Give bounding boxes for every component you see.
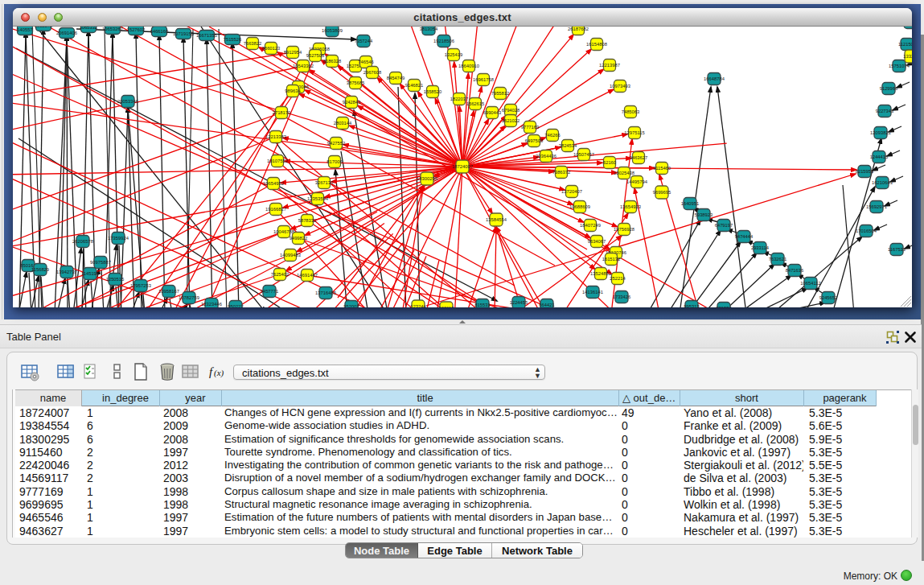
- svg-text:13942737: 13942737: [56, 270, 77, 274]
- svg-text:7632621: 7632621: [769, 257, 787, 262]
- svg-text:815531: 815531: [474, 303, 490, 307]
- svg-text:18640910: 18640910: [458, 64, 479, 68]
- svg-text:20691406: 20691406: [56, 31, 77, 35]
- svg-text:12213383: 12213383: [265, 134, 286, 139]
- svg-text:2803144: 2803144: [334, 121, 352, 126]
- svg-text:8660123: 8660123: [262, 46, 281, 51]
- svg-text:3267130: 3267130: [315, 180, 334, 185]
- svg-text:6794028: 6794028: [502, 108, 520, 113]
- svg-text:1065332: 1065332: [80, 27, 98, 30]
- svg-text:9227343: 9227343: [876, 109, 894, 113]
- svg-text:7955812: 7955812: [491, 91, 510, 96]
- svg-text:5938923: 5938923: [695, 212, 713, 217]
- svg-text:14495794: 14495794: [626, 179, 648, 184]
- svg-text:7485063: 7485063: [622, 109, 640, 114]
- svg-text:8186328: 8186328: [323, 59, 342, 64]
- svg-text:9527505: 9527505: [306, 53, 325, 58]
- svg-text:140557: 140557: [17, 27, 32, 32]
- svg-text:18407249: 18407249: [580, 223, 601, 228]
- svg-text:123244: 123244: [410, 304, 426, 307]
- svg-text:9699695: 9699695: [653, 190, 671, 195]
- svg-text:1558520: 1558520: [424, 89, 442, 94]
- svg-text:133254: 133254: [903, 54, 912, 59]
- svg-text:2933114: 2933114: [751, 245, 770, 250]
- svg-text:8912954: 8912954: [284, 50, 302, 55]
- svg-text:26206578: 26206578: [72, 239, 93, 244]
- svg-text:13716485: 13716485: [315, 290, 336, 295]
- svg-text:2967608: 2967608: [363, 70, 382, 75]
- svg-text:7515526: 7515526: [224, 37, 242, 42]
- svg-text:950222: 950222: [228, 304, 243, 307]
- svg-text:2718170: 2718170: [273, 110, 291, 115]
- svg-text:6466160: 6466160: [150, 29, 169, 34]
- svg-text:15751074: 15751074: [889, 64, 910, 68]
- svg-text:9463627: 9463627: [630, 155, 648, 160]
- svg-text:7386372: 7386372: [552, 170, 571, 175]
- svg-text:19166827: 19166827: [265, 207, 286, 212]
- svg-text:13584554: 13584554: [486, 217, 507, 222]
- svg-text:62160: 62160: [603, 160, 616, 165]
- svg-text:16154808: 16154808: [586, 42, 607, 47]
- svg-text:9474444: 9474444: [735, 234, 754, 239]
- svg-text:952002: 952002: [343, 304, 359, 307]
- svg-text:8471636: 8471636: [786, 268, 804, 273]
- svg-text:12975115: 12975115: [624, 130, 644, 135]
- svg-text:14099483: 14099483: [280, 253, 301, 257]
- svg-text:9242843: 9242843: [343, 100, 361, 105]
- svg-text:6990443: 6990443: [483, 110, 502, 115]
- svg-text:221334: 221334: [716, 306, 732, 307]
- svg-text:8215955: 8215955: [856, 169, 874, 174]
- svg-text:252214: 252214: [610, 276, 626, 281]
- svg-text:13654923: 13654923: [620, 204, 641, 209]
- svg-text:10025438: 10025438: [614, 171, 634, 175]
- svg-text:90975887: 90975887: [90, 260, 111, 265]
- svg-text:10973493: 10973493: [610, 84, 630, 89]
- svg-text:20364436: 20364436: [536, 154, 556, 159]
- svg-text:10046788: 10046788: [273, 229, 294, 234]
- svg-text:9777169: 9777169: [521, 125, 540, 130]
- svg-text:10507457: 10507457: [573, 152, 594, 157]
- svg-text:10719155: 10719155: [173, 31, 194, 36]
- svg-text:1167533: 1167533: [888, 247, 906, 252]
- svg-text:7663822: 7663822: [244, 41, 262, 46]
- svg-text:16543362: 16543362: [293, 64, 314, 68]
- svg-text:20053346: 20053346: [117, 99, 138, 104]
- svg-text:9245652: 9245652: [819, 295, 838, 300]
- svg-text:16210643: 16210643: [872, 180, 893, 185]
- svg-text:10958167: 10958167: [158, 289, 179, 294]
- svg-text:662113: 662113: [439, 306, 454, 307]
- svg-text:10654112: 10654112: [800, 281, 820, 286]
- svg-text:1244415: 1244415: [870, 154, 889, 159]
- svg-text:7357244: 7357244: [355, 39, 373, 43]
- svg-text:1562615: 1562615: [466, 101, 485, 106]
- svg-text:746546: 746546: [358, 60, 373, 64]
- svg-text:1733426: 1733426: [613, 295, 631, 299]
- svg-text:9115460: 9115460: [653, 166, 671, 171]
- svg-text:10782759: 10782759: [179, 295, 199, 300]
- svg-text:16961758: 16961758: [473, 77, 494, 82]
- svg-text:1621022: 1621022: [502, 118, 520, 123]
- svg-text:3813054: 3813054: [420, 27, 438, 31]
- svg-text:1905572: 1905572: [35, 27, 53, 28]
- svg-text:19218506: 19218506: [433, 39, 454, 43]
- svg-text:1224455: 1224455: [510, 300, 528, 305]
- svg-text:7625402: 7625402: [271, 272, 290, 277]
- svg-text:6497508: 6497508: [525, 138, 544, 143]
- svg-text:989634: 989634: [285, 89, 301, 93]
- svg-text:16053809: 16053809: [322, 28, 343, 33]
- svg-text:1325419: 1325419: [445, 52, 463, 57]
- svg-text:19654952: 19654952: [263, 181, 284, 186]
- svg-text:9129966: 9129966: [880, 86, 898, 91]
- svg-text:17016504: 17016504: [856, 229, 877, 233]
- svg-text:12323446: 12323446: [201, 302, 222, 307]
- svg-text:10653267: 10653267: [102, 27, 123, 31]
- svg-text:6479197: 6479197: [715, 223, 733, 228]
- svg-text:3824534: 3824534: [559, 143, 577, 148]
- svg-text:995313: 995313: [684, 304, 699, 307]
- svg-text:13524851: 13524851: [590, 271, 611, 276]
- svg-text:1527602: 1527602: [127, 27, 146, 32]
- svg-text:16648784: 16648784: [704, 76, 725, 81]
- svg-text:9427552: 9427552: [327, 141, 346, 146]
- svg-text:746266: 746266: [544, 133, 560, 138]
- svg-text:1145193: 1145193: [81, 271, 99, 276]
